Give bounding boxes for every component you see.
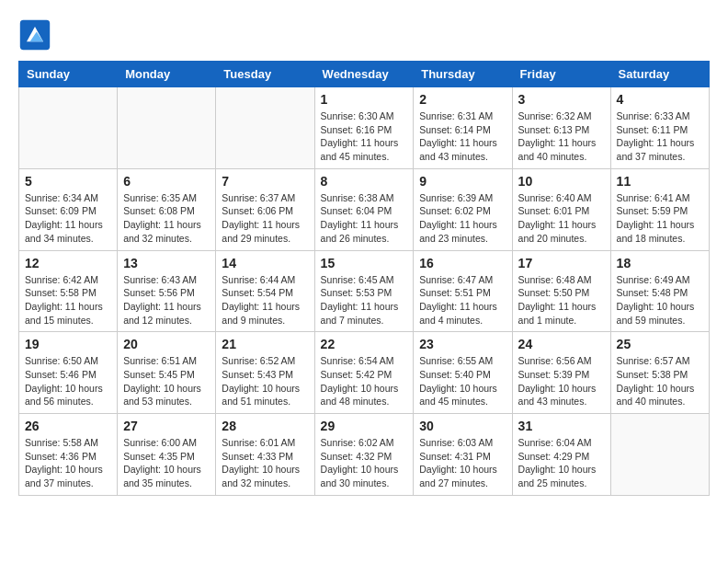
day-number: 7 — [222, 174, 308, 189]
day-number: 12 — [25, 256, 111, 270]
day-info: Sunrise: 6:55 AM Sunset: 5:40 PM Dayligh… — [419, 354, 506, 408]
day-info: Sunrise: 6:47 AM Sunset: 5:51 PM Dayligh… — [419, 273, 506, 327]
calendar-cell: 8Sunrise: 6:38 AM Sunset: 6:04 PM Daylig… — [314, 168, 414, 250]
page-header — [18, 18, 710, 52]
calendar-cell: 22Sunrise: 6:54 AM Sunset: 5:42 PM Dayli… — [314, 332, 414, 414]
day-info: Sunrise: 6:42 AM Sunset: 5:58 PM Dayligh… — [25, 273, 111, 327]
day-number: 1 — [321, 92, 408, 107]
calendar-cell: 23Sunrise: 6:55 AM Sunset: 5:40 PM Dayli… — [414, 332, 512, 414]
day-info: Sunrise: 6:30 AM Sunset: 6:16 PM Dayligh… — [321, 109, 408, 164]
weekday-header-wednesday: Wednesday — [314, 62, 414, 87]
weekday-header-tuesday: Tuesday — [216, 62, 314, 87]
day-info: Sunrise: 6:57 AM Sunset: 5:38 PM Dayligh… — [617, 354, 703, 408]
day-number: 21 — [222, 337, 308, 351]
calendar-week-row: 5Sunrise: 6:34 AM Sunset: 6:09 PM Daylig… — [19, 168, 710, 250]
day-info: Sunrise: 6:32 AM Sunset: 6:13 PM Dayligh… — [518, 109, 605, 164]
day-number: 13 — [123, 256, 210, 270]
day-number: 14 — [222, 256, 308, 270]
day-info: Sunrise: 6:50 AM Sunset: 5:46 PM Dayligh… — [25, 354, 111, 408]
calendar-cell: 19Sunrise: 6:50 AM Sunset: 5:46 PM Dayli… — [19, 332, 118, 414]
day-number: 23 — [419, 337, 506, 351]
logo-icon — [18, 18, 51, 52]
day-number: 19 — [25, 337, 111, 351]
day-number: 11 — [617, 174, 703, 189]
weekday-header-thursday: Thursday — [414, 62, 512, 87]
day-info: Sunrise: 6:52 AM Sunset: 5:43 PM Dayligh… — [222, 354, 308, 408]
calendar-cell: 6Sunrise: 6:35 AM Sunset: 6:08 PM Daylig… — [118, 168, 216, 250]
day-info: Sunrise: 6:00 AM Sunset: 4:35 PM Dayligh… — [123, 436, 210, 490]
day-info: Sunrise: 6:44 AM Sunset: 5:54 PM Dayligh… — [222, 273, 308, 327]
calendar-cell: 11Sunrise: 6:41 AM Sunset: 5:59 PM Dayli… — [610, 168, 709, 250]
day-info: Sunrise: 6:33 AM Sunset: 6:11 PM Dayligh… — [617, 109, 703, 164]
calendar-cell: 17Sunrise: 6:48 AM Sunset: 5:50 PM Dayli… — [512, 250, 610, 332]
calendar-cell — [216, 87, 314, 169]
day-number: 28 — [222, 419, 308, 433]
day-info: Sunrise: 6:02 AM Sunset: 4:32 PM Dayligh… — [321, 436, 408, 490]
day-info: Sunrise: 6:41 AM Sunset: 5:59 PM Dayligh… — [617, 191, 703, 246]
weekday-header-sunday: Sunday — [19, 62, 118, 87]
calendar-cell — [610, 414, 709, 496]
calendar-cell: 25Sunrise: 6:57 AM Sunset: 5:38 PM Dayli… — [610, 332, 709, 414]
day-number: 5 — [25, 174, 111, 189]
calendar-cell: 12Sunrise: 6:42 AM Sunset: 5:58 PM Dayli… — [19, 250, 118, 332]
day-info: Sunrise: 6:45 AM Sunset: 5:53 PM Dayligh… — [321, 273, 408, 327]
day-info: Sunrise: 6:54 AM Sunset: 5:42 PM Dayligh… — [321, 354, 408, 408]
calendar-cell: 26Sunrise: 5:58 AM Sunset: 4:36 PM Dayli… — [19, 414, 118, 496]
calendar-cell: 2Sunrise: 6:31 AM Sunset: 6:14 PM Daylig… — [414, 87, 512, 169]
day-number: 6 — [123, 174, 210, 189]
day-info: Sunrise: 6:35 AM Sunset: 6:08 PM Dayligh… — [123, 191, 210, 246]
day-number: 9 — [419, 174, 506, 189]
calendar-cell: 3Sunrise: 6:32 AM Sunset: 6:13 PM Daylig… — [512, 87, 610, 169]
day-info: Sunrise: 6:01 AM Sunset: 4:33 PM Dayligh… — [222, 436, 308, 490]
day-number: 30 — [419, 419, 506, 433]
calendar-cell: 10Sunrise: 6:40 AM Sunset: 6:01 PM Dayli… — [512, 168, 610, 250]
day-number: 24 — [518, 337, 605, 351]
day-number: 17 — [518, 256, 605, 270]
day-number: 25 — [617, 337, 703, 351]
day-number: 18 — [617, 256, 703, 270]
day-number: 15 — [321, 256, 408, 270]
calendar-week-row: 12Sunrise: 6:42 AM Sunset: 5:58 PM Dayli… — [19, 250, 710, 332]
calendar-cell: 9Sunrise: 6:39 AM Sunset: 6:02 PM Daylig… — [414, 168, 512, 250]
calendar-cell: 31Sunrise: 6:04 AM Sunset: 4:29 PM Dayli… — [512, 414, 610, 496]
day-info: Sunrise: 5:58 AM Sunset: 4:36 PM Dayligh… — [25, 436, 111, 490]
weekday-header-friday: Friday — [512, 62, 610, 87]
day-number: 20 — [123, 337, 210, 351]
weekday-header-saturday: Saturday — [610, 62, 709, 87]
calendar-cell: 18Sunrise: 6:49 AM Sunset: 5:48 PM Dayli… — [610, 250, 709, 332]
day-info: Sunrise: 6:03 AM Sunset: 4:31 PM Dayligh… — [419, 436, 506, 490]
calendar-cell: 24Sunrise: 6:56 AM Sunset: 5:39 PM Dayli… — [512, 332, 610, 414]
calendar-week-row: 26Sunrise: 5:58 AM Sunset: 4:36 PM Dayli… — [19, 414, 710, 496]
day-info: Sunrise: 6:37 AM Sunset: 6:06 PM Dayligh… — [222, 191, 308, 246]
calendar-cell: 4Sunrise: 6:33 AM Sunset: 6:11 PM Daylig… — [610, 87, 709, 169]
calendar-cell: 7Sunrise: 6:37 AM Sunset: 6:06 PM Daylig… — [216, 168, 314, 250]
day-info: Sunrise: 6:39 AM Sunset: 6:02 PM Dayligh… — [419, 191, 506, 246]
calendar-cell: 30Sunrise: 6:03 AM Sunset: 4:31 PM Dayli… — [414, 414, 512, 496]
day-info: Sunrise: 6:34 AM Sunset: 6:09 PM Dayligh… — [25, 191, 111, 246]
day-number: 3 — [518, 92, 605, 107]
weekday-header-row: SundayMondayTuesdayWednesdayThursdayFrid… — [19, 62, 710, 87]
day-info: Sunrise: 6:40 AM Sunset: 6:01 PM Dayligh… — [518, 191, 605, 246]
day-number: 31 — [518, 419, 605, 433]
calendar-cell: 15Sunrise: 6:45 AM Sunset: 5:53 PM Dayli… — [314, 250, 414, 332]
calendar-cell — [118, 87, 216, 169]
calendar-cell: 20Sunrise: 6:51 AM Sunset: 5:45 PM Dayli… — [118, 332, 216, 414]
calendar-cell: 28Sunrise: 6:01 AM Sunset: 4:33 PM Dayli… — [216, 414, 314, 496]
day-number: 16 — [419, 256, 506, 270]
day-info: Sunrise: 6:31 AM Sunset: 6:14 PM Dayligh… — [419, 109, 506, 164]
day-number: 4 — [617, 92, 703, 107]
calendar-table: SundayMondayTuesdayWednesdayThursdayFrid… — [18, 61, 710, 496]
calendar-cell: 21Sunrise: 6:52 AM Sunset: 5:43 PM Dayli… — [216, 332, 314, 414]
day-number: 10 — [518, 174, 605, 189]
day-info: Sunrise: 6:49 AM Sunset: 5:48 PM Dayligh… — [617, 273, 703, 327]
calendar-cell: 5Sunrise: 6:34 AM Sunset: 6:09 PM Daylig… — [19, 168, 118, 250]
calendar-week-row: 19Sunrise: 6:50 AM Sunset: 5:46 PM Dayli… — [19, 332, 710, 414]
day-info: Sunrise: 6:56 AM Sunset: 5:39 PM Dayligh… — [518, 354, 605, 408]
day-number: 2 — [419, 92, 506, 107]
calendar-cell: 14Sunrise: 6:44 AM Sunset: 5:54 PM Dayli… — [216, 250, 314, 332]
logo — [18, 18, 57, 52]
day-number: 8 — [321, 174, 408, 189]
day-number: 26 — [25, 419, 111, 433]
calendar-week-row: 1Sunrise: 6:30 AM Sunset: 6:16 PM Daylig… — [19, 87, 710, 169]
calendar-cell — [19, 87, 118, 169]
